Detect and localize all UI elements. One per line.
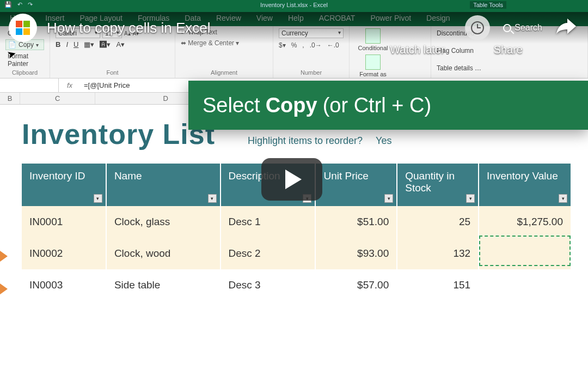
conditional-label: Conditional [358, 45, 388, 51]
watch-later-label: Watch later [390, 44, 444, 56]
redo-icon[interactable]: ↷ [28, 1, 33, 8]
group-label: Number [279, 69, 344, 77]
reorder-flag-icon [0, 251, 8, 262]
search-icon [503, 24, 511, 32]
th-label: Quantity in Stock [405, 170, 455, 194]
save-icon[interactable]: 💾 [4, 1, 12, 8]
cell[interactable]: Desc 1 [220, 206, 316, 238]
search-label: Search [514, 23, 542, 33]
cell-selected[interactable]: $1,275.00 [479, 206, 571, 238]
contextual-tab-label: Table Tools [470, 1, 506, 9]
filter-icon[interactable]: ▾ [94, 194, 102, 203]
group-label: Font [56, 69, 169, 77]
format-table-icon [365, 55, 381, 70]
th-label: Name [114, 170, 142, 182]
sheet-title: Inventory List [22, 118, 215, 150]
filter-icon[interactable]: ▾ [384, 194, 393, 203]
cell[interactable]: $57.00 [315, 269, 397, 301]
cell[interactable]: Desc 2 [220, 238, 316, 269]
group-label: Clipboard [5, 69, 44, 77]
formula-value[interactable]: =[@[Unit Price [81, 81, 133, 89]
cell[interactable]: Clock, glass [106, 206, 220, 238]
table-row[interactable]: IN0003 Side table Desc 3 $57.00 151 [22, 269, 571, 301]
format-as-table-button[interactable]: Format as [355, 55, 391, 77]
undo-icon[interactable]: ↶ [17, 1, 22, 8]
cell[interactable]: 25 [397, 206, 479, 238]
youtube-top-right: Search [465, 15, 577, 40]
th-label: Unit Price [323, 170, 368, 182]
th-inventory-id[interactable]: Inventory ID▾ [22, 164, 106, 206]
share-label: Share [494, 44, 523, 56]
reorder-flag-icon [0, 283, 8, 294]
share-icon [555, 17, 577, 36]
microsoft-logo-icon [16, 21, 30, 35]
callout-strong: Copy [266, 94, 317, 117]
cell[interactable]: 151 [397, 269, 479, 301]
th-label: Inventory ID [29, 170, 85, 182]
format-painter-button[interactable]: Format Painter [5, 51, 44, 69]
callout-pre: Select [203, 94, 260, 117]
cell[interactable]: Side table [106, 269, 220, 301]
filter-icon[interactable]: ▾ [466, 194, 475, 203]
style-table-details[interactable]: Table details … [437, 64, 582, 72]
window-title: Inventory List.xlsx - Excel [260, 2, 328, 8]
reorder-answer[interactable]: Yes [376, 135, 391, 147]
watch-later-button[interactable] [465, 15, 490, 40]
th-unit-price[interactable]: Unit Price▾ [315, 164, 397, 206]
callout-post: (or Ctrl + C) [323, 94, 432, 117]
cell[interactable]: IN0001 [22, 206, 106, 238]
fx-icon[interactable]: fx [59, 81, 81, 89]
channel-avatar[interactable] [9, 14, 37, 42]
cell[interactable]: 132 [397, 238, 479, 269]
th-label: Inventory Value [487, 170, 558, 182]
title-bar: 💾 ↶ ↷ Inventory List.xlsx - Excel Table … [0, 0, 588, 10]
cell[interactable]: $51.00 [315, 206, 397, 238]
filter-icon[interactable]: ▾ [208, 194, 217, 203]
filter-icon[interactable]: ▾ [559, 194, 567, 203]
table-row[interactable]: IN0002 Clock, wood Desc 2 $93.00 132 [22, 238, 571, 269]
th-name[interactable]: Name▾ [106, 164, 220, 206]
name-box[interactable] [0, 79, 59, 92]
video-title[interactable]: How to copy cells in Excel [47, 20, 211, 37]
search-button[interactable]: Search [503, 23, 542, 33]
cell[interactable] [479, 269, 571, 301]
cell[interactable]: IN0003 [22, 269, 106, 301]
col-C[interactable]: C [20, 93, 95, 104]
share-button[interactable] [555, 17, 577, 38]
col-B[interactable]: B [0, 93, 20, 104]
play-button[interactable] [261, 158, 322, 201]
cell[interactable] [479, 238, 571, 269]
clock-icon [471, 21, 484, 34]
instruction-callout: Select Copy (or Ctrl + C) [188, 81, 588, 130]
worksheet[interactable]: Inventory List Highlight items to reorde… [0, 105, 588, 366]
play-icon [285, 170, 302, 189]
reorder-question: Highlight items to reorder? [248, 135, 363, 147]
th-value[interactable]: Inventory Value▾ [479, 164, 571, 206]
group-label: Alignment [181, 69, 267, 77]
format-as-label: Format as [359, 71, 387, 77]
th-qty[interactable]: Quantity in Stock▾ [397, 164, 479, 206]
cell[interactable]: Desc 3 [220, 269, 316, 301]
youtube-action-labels: Watch later Share [390, 44, 523, 56]
table-row[interactable]: IN0001 Clock, glass Desc 1 $51.00 25 $1,… [22, 206, 571, 238]
quick-access-toolbar[interactable]: 💾 ↶ ↷ [4, 1, 33, 8]
cell[interactable]: $93.00 [315, 238, 397, 269]
cell[interactable]: Clock, wood [106, 238, 220, 269]
cell[interactable]: IN0002 [22, 238, 106, 269]
